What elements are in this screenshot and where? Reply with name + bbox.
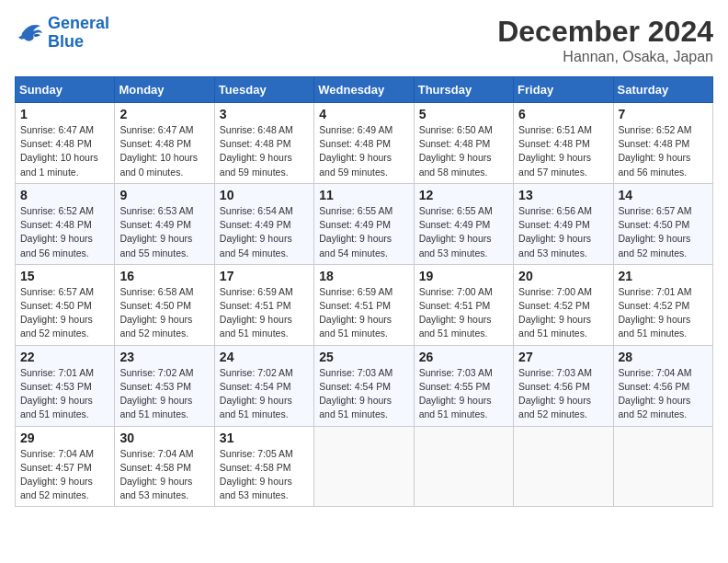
day-info: Sunrise: 6:52 AMSunset: 4:48 PMDaylight:… [20, 204, 109, 260]
day-number: 13 [518, 188, 608, 202]
day-number: 17 [220, 269, 309, 283]
day-info: Sunrise: 6:56 AMSunset: 4:49 PMDaylight:… [518, 204, 608, 260]
day-number: 2 [119, 107, 209, 121]
calendar-cell: 10Sunrise: 6:54 AMSunset: 4:49 PMDayligh… [214, 183, 313, 264]
day-info: Sunrise: 6:52 AMSunset: 4:48 PMDaylight:… [619, 123, 708, 179]
logo-icon [15, 20, 44, 46]
calendar-cell: 2Sunrise: 6:47 AMSunset: 4:48 PMDaylight… [115, 103, 214, 184]
logo-text: General Blue [48, 15, 109, 52]
calendar-cell: 16Sunrise: 6:58 AMSunset: 4:50 PMDayligh… [115, 264, 214, 345]
day-number: 20 [518, 269, 608, 283]
day-number: 25 [319, 350, 408, 364]
day-info: Sunrise: 6:51 AMSunset: 4:48 PMDaylight:… [518, 123, 608, 179]
weekday-header: Thursday [414, 77, 513, 103]
day-info: Sunrise: 7:05 AMSunset: 4:58 PMDaylight:… [220, 447, 309, 503]
calendar-cell [314, 426, 414, 507]
day-info: Sunrise: 6:57 AMSunset: 4:50 PMDaylight:… [20, 285, 109, 341]
day-info: Sunrise: 7:04 AMSunset: 4:56 PMDaylight:… [619, 366, 708, 422]
day-info: Sunrise: 6:59 AMSunset: 4:51 PMDaylight:… [319, 285, 408, 341]
calendar-cell: 19Sunrise: 7:00 AMSunset: 4:51 PMDayligh… [414, 264, 513, 345]
calendar-cell: 5Sunrise: 6:50 AMSunset: 4:48 PMDaylight… [414, 103, 513, 184]
day-number: 19 [419, 269, 508, 283]
day-number: 15 [20, 269, 109, 283]
calendar-cell: 7Sunrise: 6:52 AMSunset: 4:48 PMDaylight… [613, 103, 712, 184]
day-number: 12 [419, 188, 508, 202]
calendar-cell: 15Sunrise: 6:57 AMSunset: 4:50 PMDayligh… [16, 264, 115, 345]
day-number: 27 [518, 350, 608, 364]
calendar-week-row: 29Sunrise: 7:04 AMSunset: 4:57 PMDayligh… [16, 426, 713, 507]
calendar-cell: 13Sunrise: 6:56 AMSunset: 4:49 PMDayligh… [514, 183, 613, 264]
calendar-cell: 30Sunrise: 7:04 AMSunset: 4:58 PMDayligh… [115, 426, 214, 507]
weekday-header: Monday [115, 77, 214, 103]
calendar-cell: 3Sunrise: 6:48 AMSunset: 4:48 PMDaylight… [214, 103, 313, 184]
day-info: Sunrise: 6:47 AMSunset: 4:48 PMDaylight:… [119, 123, 209, 179]
calendar-body: 1Sunrise: 6:47 AMSunset: 4:48 PMDaylight… [16, 103, 713, 507]
day-info: Sunrise: 7:02 AMSunset: 4:53 PMDaylight:… [119, 366, 209, 422]
day-number: 4 [319, 107, 408, 121]
day-info: Sunrise: 6:55 AMSunset: 4:49 PMDaylight:… [419, 204, 508, 260]
day-info: Sunrise: 6:57 AMSunset: 4:50 PMDaylight:… [619, 204, 708, 260]
calendar-cell: 6Sunrise: 6:51 AMSunset: 4:48 PMDaylight… [514, 103, 613, 184]
day-info: Sunrise: 7:03 AMSunset: 4:55 PMDaylight:… [419, 366, 508, 422]
weekday-header: Sunday [16, 77, 115, 103]
logo: General Blue [15, 15, 109, 52]
calendar-week-row: 15Sunrise: 6:57 AMSunset: 4:50 PMDayligh… [16, 264, 713, 345]
calendar-cell: 26Sunrise: 7:03 AMSunset: 4:55 PMDayligh… [414, 345, 513, 426]
calendar-cell [514, 426, 613, 507]
day-number: 9 [119, 188, 209, 202]
day-info: Sunrise: 6:49 AMSunset: 4:48 PMDaylight:… [319, 123, 408, 179]
page-header: General Blue December 2024 Hannan, Osaka… [15, 15, 713, 65]
calendar-cell: 4Sunrise: 6:49 AMSunset: 4:48 PMDaylight… [314, 103, 414, 184]
day-info: Sunrise: 7:00 AMSunset: 4:51 PMDaylight:… [419, 285, 508, 341]
day-number: 3 [220, 107, 309, 121]
day-number: 6 [518, 107, 608, 121]
weekday-header: Tuesday [214, 77, 313, 103]
calendar-cell [613, 426, 712, 507]
day-number: 29 [20, 431, 109, 445]
calendar-cell: 21Sunrise: 7:01 AMSunset: 4:52 PMDayligh… [613, 264, 712, 345]
title-block: December 2024 Hannan, Osaka, Japan [497, 15, 713, 65]
calendar-cell: 27Sunrise: 7:03 AMSunset: 4:56 PMDayligh… [514, 345, 613, 426]
weekday-header: Wednesday [314, 77, 414, 103]
day-number: 1 [20, 107, 109, 121]
day-number: 26 [419, 350, 508, 364]
page-subtitle: Hannan, Osaka, Japan [497, 49, 713, 65]
day-number: 30 [119, 431, 209, 445]
day-number: 21 [619, 269, 708, 283]
calendar-cell: 25Sunrise: 7:03 AMSunset: 4:54 PMDayligh… [314, 345, 414, 426]
calendar-cell: 11Sunrise: 6:55 AMSunset: 4:49 PMDayligh… [314, 183, 414, 264]
calendar-cell: 17Sunrise: 6:59 AMSunset: 4:51 PMDayligh… [214, 264, 313, 345]
calendar-header: SundayMondayTuesdayWednesdayThursdayFrid… [16, 77, 713, 103]
day-number: 14 [619, 188, 708, 202]
calendar-cell [414, 426, 513, 507]
calendar-week-row: 22Sunrise: 7:01 AMSunset: 4:53 PMDayligh… [16, 345, 713, 426]
day-info: Sunrise: 7:04 AMSunset: 4:57 PMDaylight:… [20, 447, 109, 503]
day-number: 16 [119, 269, 209, 283]
calendar-cell: 9Sunrise: 6:53 AMSunset: 4:49 PMDaylight… [115, 183, 214, 264]
day-info: Sunrise: 7:03 AMSunset: 4:56 PMDaylight:… [518, 366, 608, 422]
calendar-cell: 1Sunrise: 6:47 AMSunset: 4:48 PMDaylight… [16, 103, 115, 184]
day-info: Sunrise: 6:54 AMSunset: 4:49 PMDaylight:… [220, 204, 309, 260]
day-number: 31 [220, 431, 309, 445]
calendar-cell: 31Sunrise: 7:05 AMSunset: 4:58 PMDayligh… [214, 426, 313, 507]
day-info: Sunrise: 6:48 AMSunset: 4:48 PMDaylight:… [220, 123, 309, 179]
day-info: Sunrise: 6:47 AMSunset: 4:48 PMDaylight:… [20, 123, 109, 179]
calendar-table: SundayMondayTuesdayWednesdayThursdayFrid… [15, 76, 713, 507]
day-info: Sunrise: 6:58 AMSunset: 4:50 PMDaylight:… [119, 285, 209, 341]
calendar-cell: 12Sunrise: 6:55 AMSunset: 4:49 PMDayligh… [414, 183, 513, 264]
calendar-cell: 14Sunrise: 6:57 AMSunset: 4:50 PMDayligh… [613, 183, 712, 264]
day-number: 8 [20, 188, 109, 202]
calendar-cell: 20Sunrise: 7:00 AMSunset: 4:52 PMDayligh… [514, 264, 613, 345]
calendar-week-row: 8Sunrise: 6:52 AMSunset: 4:48 PMDaylight… [16, 183, 713, 264]
day-number: 28 [619, 350, 708, 364]
day-number: 22 [20, 350, 109, 364]
calendar-cell: 18Sunrise: 6:59 AMSunset: 4:51 PMDayligh… [314, 264, 414, 345]
calendar-cell: 28Sunrise: 7:04 AMSunset: 4:56 PMDayligh… [613, 345, 712, 426]
calendar-cell: 22Sunrise: 7:01 AMSunset: 4:53 PMDayligh… [16, 345, 115, 426]
day-info: Sunrise: 7:00 AMSunset: 4:52 PMDaylight:… [518, 285, 608, 341]
day-number: 7 [619, 107, 708, 121]
calendar-cell: 24Sunrise: 7:02 AMSunset: 4:54 PMDayligh… [214, 345, 313, 426]
day-info: Sunrise: 7:01 AMSunset: 4:52 PMDaylight:… [619, 285, 708, 341]
calendar-week-row: 1Sunrise: 6:47 AMSunset: 4:48 PMDaylight… [16, 103, 713, 184]
calendar-cell: 29Sunrise: 7:04 AMSunset: 4:57 PMDayligh… [16, 426, 115, 507]
